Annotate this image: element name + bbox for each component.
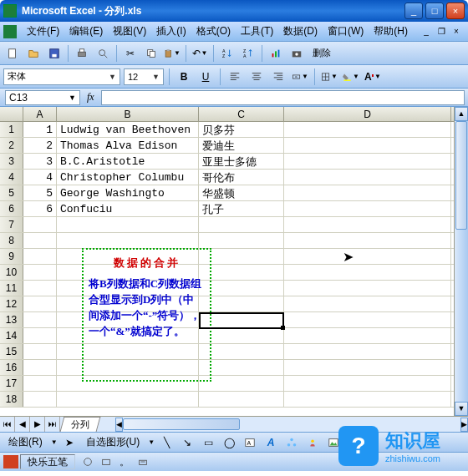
ime-btn-4[interactable] — [134, 453, 152, 471]
preview-icon[interactable] — [94, 44, 112, 63]
cell[interactable] — [284, 138, 451, 153]
undo-icon[interactable]: ↶▼ — [191, 44, 209, 63]
ime-btn-1[interactable] — [79, 453, 97, 471]
cell[interactable] — [23, 265, 57, 280]
rect-icon[interactable]: ▭ — [199, 433, 217, 452]
bold-icon[interactable]: B — [175, 68, 193, 86]
cell[interactable] — [23, 233, 57, 248]
fx-icon[interactable]: fx — [87, 91, 94, 104]
cell[interactable] — [57, 392, 199, 407]
close-button[interactable]: × — [446, 3, 465, 19]
open-icon[interactable] — [24, 44, 43, 63]
sort-desc-icon[interactable]: ZA — [239, 44, 257, 63]
row-header[interactable]: 2 — [0, 138, 23, 153]
scroll-left-icon[interactable]: ◀ — [115, 418, 123, 432]
cell[interactable] — [284, 201, 451, 216]
align-right-icon[interactable] — [269, 68, 287, 86]
chevron-down-icon[interactable]: ▼ — [152, 73, 160, 81]
autoshape-menu[interactable]: 自选图形(U) — [81, 433, 145, 451]
cell[interactable] — [57, 217, 199, 232]
cell[interactable] — [23, 392, 57, 407]
menu-view[interactable]: 视图(V) — [108, 23, 151, 40]
cell[interactable] — [199, 265, 284, 280]
cell[interactable] — [199, 360, 284, 375]
ime-icon[interactable] — [3, 455, 18, 468]
cell[interactable]: 爱迪生 — [199, 138, 284, 153]
cell[interactable]: 3 — [23, 154, 57, 169]
cell[interactable] — [23, 376, 57, 391]
menu-data[interactable]: 数据(D) — [278, 23, 323, 40]
name-box[interactable]: C13▼ — [5, 90, 80, 105]
cell[interactable] — [23, 312, 57, 327]
draw-menu[interactable]: 绘图(R) — [3, 433, 48, 451]
select-all-corner[interactable] — [0, 107, 23, 121]
cut-icon[interactable]: ✂ — [121, 44, 140, 63]
cell[interactable] — [199, 233, 284, 248]
cell[interactable] — [199, 328, 284, 343]
tab-prev-icon[interactable]: ◀ — [15, 417, 30, 432]
camera-icon[interactable] — [287, 44, 306, 63]
sort-asc-icon[interactable]: AZ — [218, 44, 237, 63]
tab-first-icon[interactable]: ⏮ — [0, 417, 15, 432]
cell[interactable]: 华盛顿 — [199, 185, 284, 200]
ime-btn-3[interactable]: 。 — [115, 453, 134, 471]
cell[interactable] — [284, 281, 451, 296]
menu-help[interactable]: 帮助(H) — [369, 23, 413, 40]
cell[interactable] — [23, 328, 57, 343]
arrow-icon[interactable]: ↘ — [178, 433, 196, 452]
cell[interactable] — [199, 281, 284, 296]
cell[interactable]: B.C.Aristotle — [57, 154, 199, 169]
scroll-down-icon[interactable]: ▼ — [455, 402, 468, 416]
cell[interactable] — [199, 312, 284, 327]
row-header[interactable]: 18 — [0, 392, 23, 407]
textbox-icon[interactable]: A — [241, 433, 259, 452]
cell[interactable] — [284, 312, 451, 327]
fill-color-icon[interactable]: ▼ — [342, 68, 360, 86]
tab-last-icon[interactable]: ⏭ — [45, 417, 60, 432]
doc-min[interactable]: _ — [420, 26, 433, 38]
menu-file[interactable]: 文件(F) — [22, 23, 64, 40]
pointer-icon[interactable]: ➤ — [60, 433, 79, 452]
row-header[interactable]: 14 — [0, 328, 23, 343]
cell[interactable]: 6 — [23, 201, 57, 216]
cell[interactable]: 1 — [23, 122, 57, 137]
menu-window[interactable]: 窗口(W) — [323, 23, 369, 40]
ime-btn-2[interactable] — [97, 453, 115, 471]
hscroll-thumb[interactable] — [123, 418, 240, 430]
menu-tools[interactable]: 工具(T) — [236, 23, 278, 40]
wordart-icon[interactable]: A — [262, 433, 280, 452]
cell[interactable] — [57, 233, 199, 248]
cell[interactable] — [23, 360, 57, 375]
row-header[interactable]: 11 — [0, 281, 23, 296]
new-icon[interactable] — [3, 44, 22, 63]
oval-icon[interactable]: ◯ — [220, 433, 238, 452]
row-header[interactable]: 7 — [0, 217, 23, 232]
chevron-down-icon[interactable]: ▼ — [109, 73, 116, 81]
diagram-icon[interactable] — [282, 433, 301, 452]
doc-restore[interactable]: ❐ — [435, 26, 448, 38]
paste-icon[interactable]: ▼ — [163, 44, 181, 63]
tab-next-icon[interactable]: ▶ — [30, 417, 45, 432]
ime-name[interactable]: 快乐五笔 — [20, 454, 75, 469]
row-header[interactable]: 6 — [0, 201, 23, 216]
cell[interactable] — [284, 328, 451, 343]
cell[interactable] — [284, 376, 451, 391]
menu-edit[interactable]: 编辑(E) — [64, 23, 108, 40]
cell[interactable] — [199, 376, 284, 391]
cell[interactable] — [199, 392, 284, 407]
cell[interactable] — [199, 344, 284, 359]
font-combo[interactable]: 宋体▼ — [3, 68, 120, 85]
sheet-tab[interactable]: 分列 — [60, 417, 101, 432]
vscrollbar[interactable]: ▲ ▼ — [454, 107, 468, 416]
cell[interactable]: Ludwig van Beethoven — [57, 122, 199, 137]
col-header-a[interactable]: A — [23, 107, 57, 121]
font-color-icon[interactable]: A▼ — [364, 68, 382, 86]
maximize-button[interactable]: □ — [425, 3, 444, 19]
size-combo[interactable]: 12▼ — [124, 68, 164, 85]
clipart-icon[interactable] — [303, 433, 322, 452]
row-header[interactable]: 8 — [0, 233, 23, 248]
cell[interactable]: 孔子 — [199, 201, 284, 216]
align-left-icon[interactable] — [226, 68, 244, 86]
cell[interactable] — [284, 217, 451, 232]
formula-bar[interactable] — [101, 90, 465, 105]
